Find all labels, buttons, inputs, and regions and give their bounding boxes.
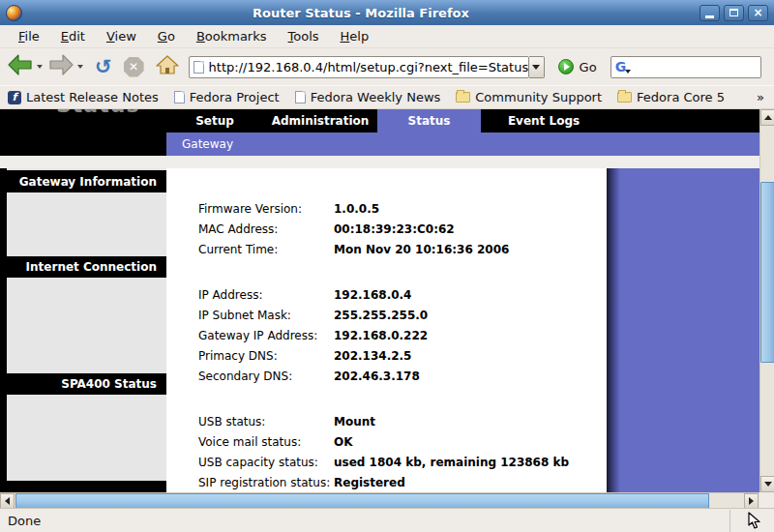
scrollbar-corner [759, 492, 774, 508]
resize-grip[interactable] [729, 510, 774, 532]
info-row: SIP registration status:Registered [166, 472, 607, 492]
window-titlebar[interactable]: Router Status - Mozilla Firefox × [0, 0, 774, 25]
menu-edit[interactable]: Edit [50, 26, 96, 46]
scroll-left-button[interactable] [0, 493, 15, 509]
page-icon [174, 91, 185, 103]
page-title: Status [56, 109, 163, 117]
menu-file[interactable]: File [8, 26, 50, 46]
page-sidebar: Gateway Information Internet Connection … [0, 168, 166, 492]
info-row: MAC Address:00:18:39:23:C0:62 [166, 219, 607, 239]
status-content: Firmware Version:1.0.0.5 MAC Address:00:… [166, 168, 607, 492]
menu-bookmarks[interactable]: Bookmarks [186, 26, 278, 46]
horizontal-scrollbar[interactable] [0, 492, 759, 508]
page-icon [194, 61, 204, 74]
menu-help[interactable]: Help [330, 26, 380, 46]
sidebar-bottom-bar [0, 481, 166, 492]
status-bar: Done [0, 508, 774, 532]
info-row: Primacy DNS:202.134.2.5 [166, 345, 607, 366]
info-row: Gateway IP Address:192.168.0.222 [166, 325, 607, 345]
page-tabs: Setup Administration Status Event Logs [166, 109, 607, 133]
sidebar-section-gateway-information: Gateway Information [0, 170, 166, 192]
info-row: IP Subnet Mask:255.255.255.0 [166, 305, 607, 325]
bookmark-latest-release-notes[interactable]: f Latest Release Notes [8, 90, 159, 104]
bookmarks-toolbar: f Latest Release Notes Fedora Project Fe… [0, 85, 774, 109]
fedora-icon: f [8, 91, 21, 104]
tab-row-filler [607, 109, 759, 133]
menu-tools[interactable]: Tools [278, 26, 330, 46]
url-bar[interactable]: http://192.168.0.4/html/setup.cgi?next_f… [189, 56, 529, 78]
close-button[interactable]: × [748, 5, 768, 21]
tab-status[interactable]: Status [377, 109, 481, 133]
search-engine-caret[interactable] [625, 70, 631, 74]
bookmark-fedora-core-5[interactable]: Fedora Core 5 [617, 90, 725, 104]
window-title: Router Status - Mozilla Firefox [22, 6, 700, 20]
navigation-toolbar: ↻ ✕ http://192.168.0.4/html/setup.cgi?ne… [0, 48, 774, 85]
sidebar-edge [0, 168, 7, 492]
bookmark-fedora-weekly-news[interactable]: Fedora Weekly News [295, 90, 441, 104]
header-separator [0, 156, 759, 168]
bookmark-community-support[interactable]: Community Support [456, 90, 602, 104]
back-icon [8, 54, 33, 79]
firefox-icon [6, 5, 22, 21]
forward-button[interactable] [48, 54, 74, 79]
stop-icon: ✕ [124, 57, 144, 77]
info-row: USB status:Mount [166, 411, 607, 431]
sidebar-section-spa400-status: SPA400 Status [0, 373, 166, 395]
subnav-gateway[interactable]: Gateway [166, 133, 759, 156]
back-button[interactable] [8, 54, 33, 79]
forward-dropdown-caret[interactable] [77, 65, 83, 69]
page-icon [295, 91, 306, 103]
tab-setup[interactable]: Setup [166, 109, 263, 133]
browser-viewport: Status Setup Administration Status Event… [0, 109, 759, 492]
vertical-scroll-thumb[interactable] [760, 182, 774, 363]
folder-icon [617, 92, 632, 103]
page-body: Gateway Information Internet Connection … [0, 168, 759, 492]
vertical-scrollbar[interactable] [759, 109, 774, 492]
tab-event-logs[interactable]: Event Logs [481, 109, 607, 133]
url-history-dropdown[interactable] [529, 56, 545, 78]
tab-administration[interactable]: Administration [263, 109, 377, 133]
url-input[interactable]: http://192.168.0.4/html/setup.cgi?next_f… [209, 60, 529, 74]
sidebar-section-internet-connection: Internet Connection [0, 256, 166, 278]
maximize-button[interactable] [724, 5, 744, 21]
horizontal-scroll-thumb[interactable] [15, 493, 709, 509]
forward-icon [48, 54, 74, 79]
info-row: Secondary DNS:202.46.3.178 [166, 366, 607, 386]
info-row: Voice mail status:OK [166, 431, 607, 452]
scroll-right-button[interactable] [744, 493, 759, 509]
info-row: IP Address:192.168.0.4 [166, 284, 607, 305]
mouse-cursor [745, 512, 762, 532]
bookmarks-overflow-chevron[interactable]: » [757, 90, 766, 104]
menu-go[interactable]: Go [147, 26, 186, 46]
internet-connection-group: IP Address:192.168.0.4 IP Subnet Mask:25… [166, 284, 607, 386]
minimize-button[interactable] [700, 5, 720, 21]
info-row: Current Time:Mon Nov 20 10:16:36 2006 [166, 239, 607, 259]
menu-view[interactable]: View [96, 26, 147, 46]
folder-icon [456, 92, 470, 103]
home-icon [156, 54, 179, 79]
gateway-information-group: Firmware Version:1.0.0.5 MAC Address:00:… [166, 198, 607, 259]
decorative-right-column [607, 168, 759, 492]
search-input[interactable]: G [610, 56, 761, 78]
status-text: Done [8, 514, 41, 528]
info-row: USB capacity status:used 1804 kb, remain… [166, 452, 607, 472]
menu-bar: File Edit View Go Bookmarks Tools Help [0, 25, 774, 48]
bookmark-fedora-project[interactable]: Fedora Project [174, 90, 280, 104]
stop-button[interactable]: ✕ [124, 57, 144, 77]
page-header-left: Status [0, 109, 166, 156]
scroll-down-button[interactable] [760, 476, 774, 492]
info-row: Firmware Version:1.0.0.5 [166, 198, 607, 219]
reload-button[interactable]: ↻ [95, 57, 112, 77]
scroll-up-button[interactable] [760, 109, 774, 126]
go-button[interactable]: Go [558, 59, 597, 74]
go-icon [558, 59, 574, 74]
home-button[interactable] [156, 54, 179, 79]
spa400-status-group: USB status:Mount Voice mail status:OK US… [166, 411, 607, 492]
reload-icon: ↻ [95, 57, 112, 77]
back-dropdown-caret[interactable] [37, 65, 43, 69]
